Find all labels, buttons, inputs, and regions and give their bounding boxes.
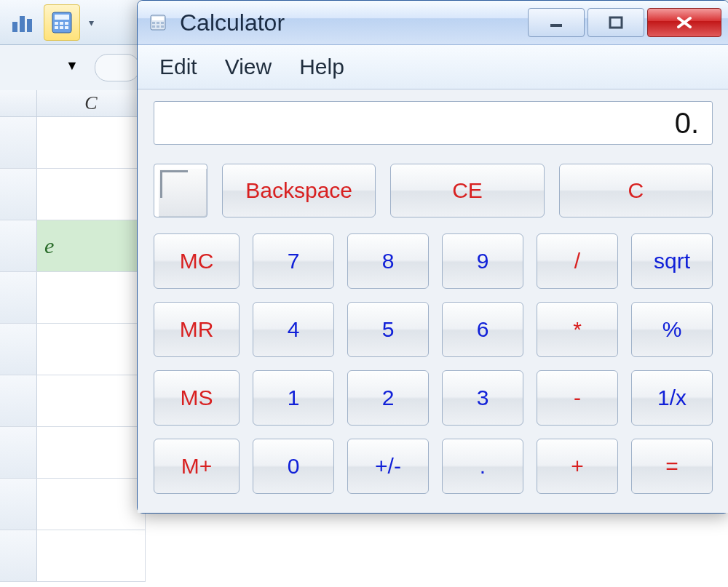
svg-rect-5 [55, 22, 58, 25]
svg-rect-14 [157, 22, 159, 24]
chart-icon[interactable] [4, 4, 41, 41]
background-spreadsheet: ▾ ▼ C e [0, 0, 146, 587]
menu-edit[interactable]: Edit [159, 55, 197, 79]
add-button[interactable]: + [537, 439, 618, 494]
svg-rect-6 [60, 22, 63, 25]
digit-0[interactable]: 0 [253, 439, 334, 494]
digit-7[interactable]: 7 [253, 233, 334, 289]
digit-4[interactable]: 4 [253, 302, 334, 357]
multiply-button[interactable]: * [537, 302, 618, 357]
grid-cell[interactable] [37, 117, 146, 168]
grid-cell[interactable] [37, 427, 146, 478]
row-header[interactable] [0, 272, 37, 323]
row-header[interactable] [0, 220, 37, 271]
svg-rect-10 [65, 26, 68, 29]
svg-rect-9 [60, 26, 63, 29]
svg-rect-8 [55, 26, 58, 29]
background-grid: C e [0, 90, 146, 582]
menu-help[interactable]: Help [299, 55, 344, 79]
digit-1[interactable]: 1 [253, 370, 334, 426]
svg-rect-20 [610, 17, 622, 28]
svg-rect-4 [55, 15, 69, 20]
svg-rect-1 [20, 16, 25, 32]
divide-button[interactable]: / [537, 233, 618, 289]
percent-button[interactable]: % [631, 302, 713, 357]
row-header[interactable] [0, 375, 37, 426]
digit-3[interactable]: 3 [442, 370, 523, 426]
grid-cell[interactable] [37, 375, 146, 426]
grid-cell[interactable] [37, 169, 146, 220]
row-header[interactable] [0, 479, 37, 530]
window-title: Calculator [180, 9, 285, 36]
digit-6[interactable]: 6 [442, 302, 523, 357]
mc-button[interactable]: MC [154, 233, 240, 289]
grid-cell[interactable] [37, 272, 146, 323]
subtract-button[interactable]: - [537, 370, 618, 426]
backspace-button[interactable]: Backspace [222, 164, 376, 217]
mr-button[interactable]: MR [154, 302, 240, 357]
svg-rect-15 [161, 22, 164, 24]
ce-button[interactable]: CE [390, 164, 544, 217]
digit-8[interactable]: 8 [347, 233, 429, 289]
grid-cell[interactable] [37, 479, 146, 530]
svg-rect-16 [152, 25, 155, 28]
background-toolbar: ▾ [0, 0, 146, 45]
row-header[interactable] [0, 427, 37, 478]
row-header[interactable] [0, 324, 37, 375]
reciprocal-button[interactable]: 1/x [631, 370, 713, 426]
row-header[interactable] [0, 530, 37, 581]
svg-rect-7 [65, 22, 68, 25]
digit-9[interactable]: 9 [442, 233, 523, 289]
svg-rect-2 [27, 19, 32, 32]
toolbar-overflow-icon[interactable]: ▾ [83, 5, 99, 40]
maximize-button[interactable] [587, 8, 644, 37]
grid-cell[interactable] [37, 324, 146, 375]
svg-rect-19 [550, 24, 562, 27]
sqrt-button[interactable]: sqrt [631, 233, 713, 289]
calculator-window: Calculator Edit View Help 0. Backspace C… [137, 0, 728, 514]
calculator-icon[interactable] [44, 4, 80, 41]
equals-button[interactable]: = [631, 439, 713, 494]
ms-button[interactable]: MS [154, 370, 240, 426]
digit-5[interactable]: 5 [347, 302, 429, 357]
namebox-dropdown-icon[interactable]: ▼ [66, 58, 79, 73]
grid-cell[interactable] [37, 530, 146, 581]
c-button[interactable]: C [559, 164, 713, 217]
grid-corner [0, 90, 37, 116]
svg-rect-13 [152, 22, 155, 24]
memory-indicator [154, 164, 207, 217]
column-header-c[interactable]: C [37, 90, 146, 116]
titlebar[interactable]: Calculator [138, 1, 728, 45]
decimal-button[interactable]: . [442, 439, 523, 494]
grid-cell-highlighted[interactable]: e [37, 220, 146, 271]
svg-rect-12 [152, 17, 164, 20]
close-button[interactable] [647, 8, 721, 37]
svg-rect-17 [157, 25, 159, 28]
mplus-button[interactable]: M+ [154, 439, 240, 494]
row-header[interactable] [0, 117, 37, 168]
minimize-button[interactable] [528, 8, 585, 37]
digit-2[interactable]: 2 [347, 370, 429, 426]
fx-button[interactable] [95, 54, 140, 81]
svg-rect-0 [12, 22, 17, 32]
menubar: Edit View Help [138, 45, 728, 89]
sign-button[interactable]: +/- [347, 439, 429, 494]
calculator-app-icon [149, 14, 167, 31]
svg-rect-18 [161, 25, 164, 28]
menu-view[interactable]: View [225, 55, 272, 79]
row-header[interactable] [0, 169, 37, 220]
calculator-display: 0. [154, 101, 713, 145]
